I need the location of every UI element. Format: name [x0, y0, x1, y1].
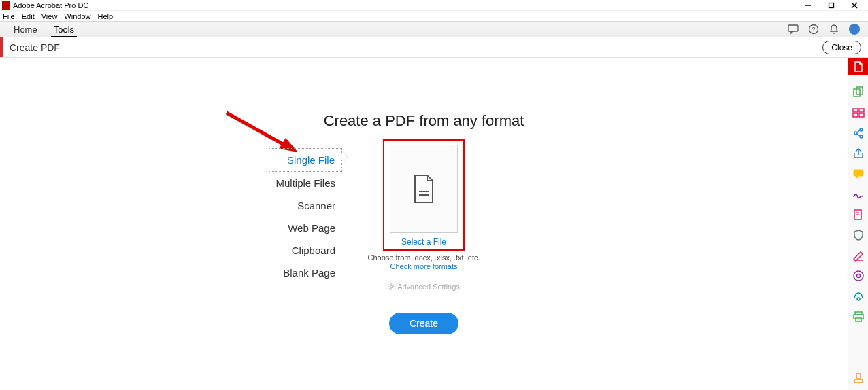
main-heading: Create a PDF from any format: [0, 112, 848, 130]
advanced-settings-label: Advanced Settings: [397, 283, 460, 291]
rail-sign-icon[interactable]: [852, 188, 865, 200]
main-area: Create a PDF from any format Single File…: [0, 58, 848, 390]
rail-edit-pdf-icon[interactable]: [852, 209, 865, 221]
maximize-button[interactable]: [824, 1, 838, 10]
rail-protect-icon[interactable]: [852, 229, 865, 241]
red-stripe: [0, 37, 3, 57]
svg-line-16: [389, 285, 390, 286]
tab-home[interactable]: Home: [5, 22, 46, 37]
title-bar: Adobe Acrobat Pro DC: [0, 0, 868, 11]
app-icon: [2, 1, 10, 10]
svg-line-29: [857, 130, 860, 132]
bell-icon[interactable]: [829, 24, 839, 35]
source-options: Single File Multiple Files Scanner Web P…: [269, 148, 342, 284]
check-more-formats-link[interactable]: Check more formats: [390, 262, 457, 270]
svg-point-38: [857, 298, 860, 300]
svg-point-37: [856, 274, 860, 278]
close-window-button[interactable]: [848, 1, 861, 10]
svg-point-27: [860, 128, 863, 131]
menu-help[interactable]: Help: [97, 12, 113, 20]
svg-rect-40: [854, 315, 863, 319]
svg-point-26: [854, 132, 857, 135]
rail-organize-icon[interactable]: [852, 107, 865, 119]
rail-stamp-icon[interactable]: [852, 372, 865, 385]
svg-point-28: [860, 135, 863, 138]
svg-text:?: ?: [812, 26, 815, 33]
rail-comment-icon[interactable]: [852, 168, 865, 180]
svg-rect-4: [788, 25, 798, 31]
advanced-settings[interactable]: Advanced Settings: [388, 283, 460, 291]
option-web-page[interactable]: Web Page: [269, 217, 342, 239]
file-drop-zone[interactable]: [390, 145, 458, 233]
rail-print-icon[interactable]: [852, 311, 865, 323]
page-title: Create PDF: [10, 42, 60, 53]
choose-from-label: Choose from .docx, .xlsx, .txt, etc.: [367, 253, 480, 262]
svg-rect-42: [856, 374, 861, 378]
tab-bar: Home Tools ?: [0, 21, 868, 37]
annotation-highlight: Select a File: [383, 139, 465, 251]
minimize-button[interactable]: [801, 1, 815, 10]
rail-action-wizard-icon[interactable]: [852, 270, 865, 282]
option-blank-page[interactable]: Blank Page: [269, 262, 342, 284]
file-icon: [412, 174, 435, 204]
menu-edit[interactable]: Edit: [22, 12, 35, 20]
center-panel: Select a File Choose from .docx, .xlsx, …: [363, 139, 485, 334]
rail-enhance-scans-icon[interactable]: [852, 290, 865, 302]
menu-file[interactable]: File: [3, 12, 15, 20]
tab-tools[interactable]: Tools: [46, 22, 82, 37]
svg-rect-23: [859, 109, 864, 112]
menu-bar: File Edit View Window Help: [0, 11, 868, 21]
rail-redact-icon[interactable]: [852, 249, 865, 262]
svg-rect-25: [859, 113, 864, 117]
option-scanner[interactable]: Scanner: [269, 194, 342, 217]
svg-rect-24: [853, 113, 858, 117]
svg-rect-31: [854, 170, 863, 176]
avatar[interactable]: [849, 24, 860, 35]
svg-point-11: [390, 285, 393, 288]
svg-line-17: [393, 288, 394, 289]
svg-rect-43: [854, 380, 863, 383]
rail-share-icon[interactable]: [852, 127, 865, 139]
chat-icon[interactable]: [788, 24, 799, 35]
option-multiple-files[interactable]: Multiple Files: [269, 172, 342, 194]
rail-export-icon[interactable]: [852, 147, 865, 160]
svg-line-18: [393, 285, 394, 286]
svg-rect-1: [829, 3, 834, 7]
app-title: Adobe Acrobat Pro DC: [13, 1, 88, 10]
select-file-link[interactable]: Select a File: [401, 237, 446, 247]
tool-rail: [848, 58, 868, 390]
svg-line-30: [857, 134, 860, 136]
sub-bar: Create PDF Close: [0, 37, 868, 58]
svg-point-36: [854, 271, 863, 281]
option-clipboard[interactable]: Clipboard: [269, 239, 342, 262]
svg-rect-41: [856, 317, 861, 321]
divider: [344, 146, 344, 384]
menu-window[interactable]: Window: [64, 12, 90, 20]
help-icon[interactable]: ?: [808, 24, 819, 35]
gear-icon: [388, 283, 395, 290]
menu-view[interactable]: View: [41, 12, 58, 20]
rail-create-pdf-icon[interactable]: [848, 58, 869, 75]
svg-rect-22: [853, 109, 858, 112]
option-single-file[interactable]: Single File: [269, 148, 342, 172]
rail-combine-icon[interactable]: [852, 86, 865, 99]
svg-line-19: [389, 288, 390, 289]
close-button[interactable]: Close: [822, 41, 861, 54]
create-button[interactable]: Create: [389, 313, 458, 334]
